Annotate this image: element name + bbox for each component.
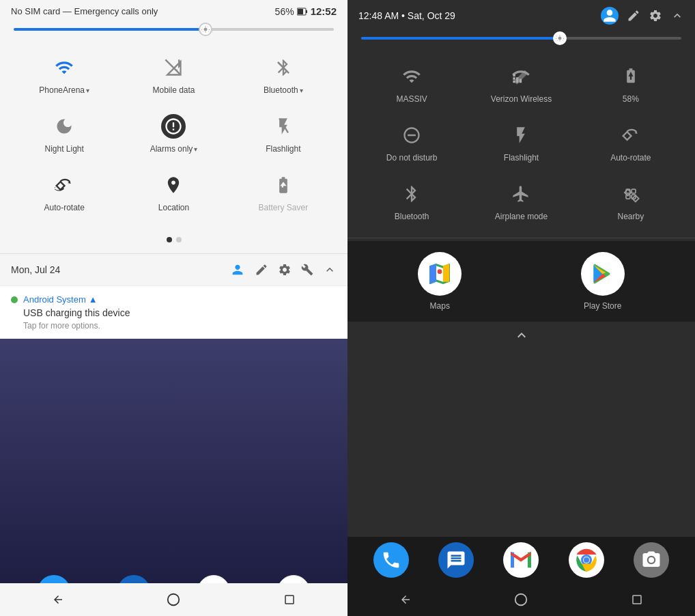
tile-flashlight-right-label: Flashlight (504, 153, 539, 163)
home-button-right[interactable] (507, 586, 535, 613)
edit-icon-right[interactable] (627, 9, 640, 23)
tile-mobile-data[interactable]: Mobile data (120, 47, 227, 103)
tile-mobile-data-label: Mobile data (152, 85, 195, 95)
dock-messages[interactable] (438, 542, 474, 578)
dnd-icon-right (399, 123, 424, 148)
brightness-sun-icon (201, 25, 210, 33)
svg-point-14 (438, 269, 442, 274)
tile-location-label: Location (158, 203, 189, 212)
wifi-icon-right (399, 64, 424, 89)
airplane-icon-right (509, 182, 533, 206)
mobile-data-icon (161, 55, 186, 80)
account-icon-right[interactable] (601, 7, 619, 25)
clock-left: 12:52 (311, 5, 337, 17)
back-button-right[interactable] (392, 586, 419, 613)
signal-icon-right (509, 64, 533, 89)
dock-phone[interactable] (373, 542, 409, 578)
tile-battery-saver[interactable]: Battery Saver (230, 165, 337, 221)
flashlight-icon-left (271, 114, 296, 139)
nearby-icon-right (619, 182, 643, 206)
brightness-sun-icon-right (556, 34, 564, 42)
tile-bluetooth[interactable]: Bluetooth ▾ (230, 47, 337, 103)
tile-alarms-only[interactable]: Alarms only ▾ (120, 106, 227, 162)
tile-auto-rotate-right[interactable]: Auto-rotate (578, 115, 684, 171)
right-panel: 12:48 AM • Sat, Oct 29 (348, 0, 695, 616)
date-text: Mon, Jul 24 (11, 264, 225, 275)
notif-title: USB charging this device (11, 307, 337, 318)
date-row: Mon, Jul 24 (0, 254, 348, 285)
wifi-icon (52, 55, 76, 80)
tile-bluetooth-right[interactable]: Bluetooth (358, 173, 465, 229)
nav-bar-right (348, 583, 695, 616)
battery-percent: 56% (275, 6, 294, 17)
chevron-up-area[interactable] (348, 322, 695, 349)
tile-auto-rotate-right-label: Auto-rotate (610, 153, 651, 163)
shortcut-playstore[interactable]: Play Store (581, 252, 625, 311)
settings-icon-right[interactable] (649, 9, 662, 23)
tile-wifi-right[interactable]: MASSIV (358, 56, 465, 112)
dot-2 (176, 237, 182, 242)
recents-button-left[interactable] (276, 586, 303, 613)
back-button-left[interactable] (44, 586, 72, 613)
tile-battery-right-label: 58% (623, 94, 639, 104)
svg-rect-11 (632, 189, 636, 193)
battery-icon (297, 8, 308, 16)
location-icon (161, 173, 186, 197)
dock-gmail[interactable] (503, 542, 539, 578)
brightness-slider-right[interactable] (361, 37, 681, 40)
tile-flashlight-right[interactable]: Flashlight (468, 115, 574, 171)
tile-dnd-right-label: Do not disturb (386, 153, 438, 163)
svg-rect-8 (285, 596, 294, 604)
tile-signal-right[interactable]: Verizon Wireless (468, 56, 574, 112)
edit-icon-left[interactable] (255, 263, 268, 277)
notification-area[interactable]: Android System ▲ USB charging this devic… (0, 285, 348, 339)
playstore-circle (581, 252, 625, 296)
tile-location[interactable]: Location (120, 165, 227, 221)
dot-1 (167, 237, 172, 242)
auto-rotate-icon-right (619, 123, 643, 148)
brightness-row-left (0, 23, 348, 42)
brightness-row-right (348, 31, 695, 51)
tile-airplane-right[interactable]: Airplane mode (468, 173, 574, 229)
left-panel: No SIM card — Emergency calls only 56% 1… (0, 0, 348, 616)
brightness-slider-left[interactable] (14, 28, 334, 31)
right-status-icons (601, 7, 684, 25)
collapse-icon-left[interactable] (323, 263, 337, 277)
tile-nearby-right[interactable]: Nearby (578, 173, 684, 229)
right-status-bar: 12:48 AM • Sat, Oct 29 (348, 0, 695, 31)
wrench-icon-left[interactable] (301, 264, 313, 276)
tile-night-light[interactable]: Night Light (11, 106, 117, 162)
svg-rect-12 (626, 195, 630, 199)
tile-auto-rotate-left-label: Auto-rotate (44, 203, 84, 212)
tile-signal-right-label: Verizon Wireless (491, 94, 552, 104)
playstore-label: Play Store (584, 301, 621, 311)
account-icon-left[interactable] (230, 262, 245, 277)
alarms-only-icon (161, 114, 186, 139)
tile-auto-rotate-left[interactable]: Auto-rotate (11, 165, 117, 221)
collapse-icon-right[interactable] (670, 9, 684, 23)
shortcut-maps[interactable]: Maps (418, 252, 462, 311)
tile-night-light-label: Night Light (44, 144, 83, 154)
dock-chrome[interactable] (569, 542, 604, 578)
tile-wifi-label: PhoneArena ▾ (39, 85, 89, 95)
tile-flashlight-left[interactable]: Flashlight (230, 106, 337, 162)
recents-button-right[interactable] (623, 586, 651, 613)
app-shortcuts: Maps Play Store (348, 241, 695, 322)
tile-airplane-right-label: Airplane mode (495, 212, 548, 221)
settings-icon-left[interactable] (278, 263, 292, 277)
svg-rect-2 (298, 9, 303, 14)
quick-tiles-right: MASSIV Verizon Wireless 58% Do not distu… (348, 51, 695, 235)
svg-line-3 (166, 59, 180, 74)
nav-bar-left (0, 583, 348, 616)
tile-dnd-right[interactable]: Do not disturb (358, 115, 465, 171)
tile-battery-saver-label: Battery Saver (258, 203, 308, 212)
night-light-icon (52, 114, 76, 139)
svg-rect-1 (306, 10, 307, 13)
dock-camera[interactable] (634, 542, 669, 578)
tile-wifi[interactable]: PhoneArena ▾ (11, 47, 117, 103)
notif-app-name: Android System ▲ (23, 294, 98, 305)
battery-saver-icon (271, 173, 296, 197)
flashlight-icon-right (509, 123, 533, 148)
home-button-left[interactable] (160, 586, 187, 613)
tile-battery-right[interactable]: 58% (578, 56, 684, 112)
